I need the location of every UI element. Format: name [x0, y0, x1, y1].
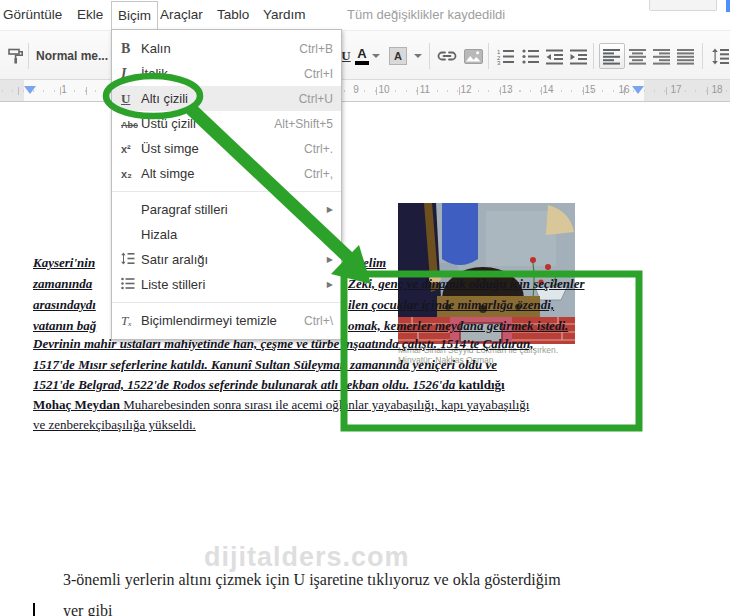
format-menu-item-ust-simge[interactable]: x²Üst simgeCtrl+.: [112, 136, 341, 161]
paragraph-line1: 3-önemli yerlerin altını çizmek için U i…: [63, 571, 561, 589]
increase-indent-icon: [570, 48, 588, 65]
doc-text-fragment: Zeki, genç ve dinamik olduğu için seçile…: [348, 276, 585, 292]
paragraph-line2: yer gibi: [63, 602, 112, 616]
highlight-color-icon: A: [389, 47, 407, 65]
menu-goruntule[interactable]: Görüntüle: [3, 0, 62, 30]
doc-text-span: Mohaç Meydan: [33, 397, 123, 412]
format-menu-item-alt-simge[interactable]: x₂Alt simgeCtrl+,: [112, 161, 341, 186]
shortcut-label: Ctrl+.: [304, 142, 341, 156]
decrease-indent-icon: [546, 48, 564, 65]
text-color-icon: A: [357, 47, 366, 60]
align-left-button[interactable]: [599, 43, 625, 69]
line-spacing-icon: [112, 252, 141, 267]
ruler[interactable]: 129101112131415161718: [0, 80, 730, 102]
indent-marker-left[interactable]: [24, 86, 36, 94]
paint-format-button[interactable]: [4, 44, 28, 68]
menu-araclar[interactable]: Araçlar: [160, 0, 203, 30]
format-menu-item-paragraf-stilleri[interactable]: Paragraf stilleri▶: [112, 197, 341, 222]
toolbar-separator: [593, 43, 594, 69]
ruler-number: 18: [709, 84, 724, 95]
toolbar-separator: [28, 43, 29, 69]
insert-image-button[interactable]: [461, 44, 485, 68]
toolbar-separator: [429, 43, 430, 69]
ruler-number: 15: [582, 84, 597, 95]
ruler-number: 11: [418, 84, 432, 95]
menu-separator: [112, 191, 341, 192]
superscript-icon: x²: [112, 142, 141, 155]
highlight-dropdown-arrow[interactable]: [414, 54, 422, 58]
svg-text:3: 3: [497, 60, 501, 65]
shortcut-label: Alt+Shift+5: [274, 117, 341, 131]
document-text-line: vatanın bağomak, kemerler meydana getirm…: [0, 318, 730, 336]
strikethrough-icon: Abc: [112, 117, 141, 130]
menu-separator: [112, 302, 341, 303]
doc-text-span: omak, kemerler meydana getirmek istedi.: [348, 318, 568, 333]
align-right-button[interactable]: [650, 44, 674, 68]
comments-button-partial[interactable]: [649, 0, 717, 11]
line-spacing-button[interactable]: [709, 44, 730, 68]
format-menu-item-kalin[interactable]: BKalınCtrl+B: [112, 36, 341, 61]
highlight-color-button[interactable]: A: [386, 44, 410, 68]
format-menu-item-bicimlendirmeyi-temizle[interactable]: TₓBiçimlendirmeyi temizleCtrl+\: [112, 308, 341, 333]
insert-link-button[interactable]: [435, 44, 459, 68]
bold-icon: B: [112, 42, 141, 56]
submenu-arrow-icon: ▶: [327, 255, 341, 264]
text-color-dropdown-arrow[interactable]: [372, 54, 380, 58]
list-styles-icon: [112, 277, 141, 292]
clear-formatting-icon: Tₓ: [112, 314, 141, 327]
menu-tablo[interactable]: Tablo: [217, 0, 249, 30]
autosave-status: Tüm değişiklikler kaydedildi: [347, 0, 505, 30]
doc-text-fragment: Mohaç Meydan Muharebesinden sonra sırası…: [33, 397, 529, 413]
format-menu-item-alti-cizili[interactable]: UAltı çiziliCtrl+U: [112, 86, 341, 111]
menu-item-label: Liste stilleri: [141, 277, 327, 292]
doc-text-fragment: vatanın bağ: [33, 318, 96, 334]
ruler-number: 1: [59, 84, 69, 95]
format-menu-item-liste-stilleri[interactable]: Liste stilleri▶: [112, 272, 341, 297]
ruler-number: 9: [351, 84, 361, 95]
indent-marker-right[interactable]: [632, 86, 644, 94]
doc-text-span: Kayseri'nin: [33, 255, 95, 270]
toolbar-separator: [702, 43, 703, 69]
share-button-partial[interactable]: [726, 0, 730, 12]
document-canvas[interactable]: Mimar Sinan Seyyid Lokman ile çalışırken…: [0, 102, 730, 616]
shortcut-label: Ctrl+\: [304, 314, 341, 328]
format-menu-item-hizala[interactable]: Hizala▶: [112, 222, 341, 247]
paragraph-style-selector[interactable]: Normal me...: [36, 31, 108, 81]
format-menu-item-satir-araligi[interactable]: Satır aralığı▶: [112, 247, 341, 272]
menu-yardim[interactable]: Yardım: [263, 0, 306, 30]
doc-text-span: 1521'de Belgrad, 1522'de Rodos seferinde…: [33, 377, 458, 392]
bulleted-list-button[interactable]: [519, 44, 543, 68]
menu-bar: Tüm değişiklikler kaydedildi GörüntüleEk…: [0, 0, 730, 30]
menu-item-label: Üst simge: [141, 141, 304, 156]
menu-bicim[interactable]: Biçim: [111, 1, 158, 30]
link-icon: [437, 50, 457, 62]
text-color-button[interactable]: A: [350, 44, 374, 68]
doc-text-fragment: zamanında: [33, 276, 92, 292]
document-text-line: arasındaydıilen çocuklar içinde mimarlığ…: [0, 297, 730, 315]
format-menu-item-ustu-cizili[interactable]: AbcÜstü çiziliAlt+Shift+5: [112, 111, 341, 136]
subscript-icon: x₂: [112, 167, 141, 180]
italic-icon: I: [112, 67, 141, 81]
menu-ekle[interactable]: Ekle: [77, 0, 103, 30]
format-menu-item-i-talik[interactable]: IİtalikCtrl+I: [112, 61, 341, 86]
justify-button[interactable]: [674, 44, 698, 68]
numbered-list-button[interactable]: 12 3: [494, 44, 518, 68]
image-icon: [464, 49, 483, 64]
bulleted-list-icon: [522, 48, 540, 65]
doc-text-fragment: arasındaydı: [33, 297, 96, 313]
ruler-number: 12: [458, 84, 473, 95]
shortcut-label: Ctrl+B: [299, 42, 341, 56]
document-text-line: 1521'de Belgrad, 1522'de Rodos seferinde…: [0, 377, 730, 395]
increase-indent-button[interactable]: [567, 44, 591, 68]
doc-text-fragment: Kayseri'nin: [33, 255, 95, 271]
doc-text-fragment: omak, kemerler meydana getirmek istedi.: [348, 318, 568, 334]
align-center-button[interactable]: [626, 44, 650, 68]
decrease-indent-button[interactable]: [543, 44, 567, 68]
menu-item-label: Biçimlendirmeyi temizle: [141, 313, 304, 328]
doc-text-span: zamanında: [33, 276, 92, 291]
doc-text-span: ve zenberekçibaşılığa yükseldi.: [33, 417, 196, 432]
menu-item-label: Alt simge: [141, 166, 304, 181]
doc-text-fragment: elim: [363, 255, 386, 271]
document-text-line: Mohaç Meydan Muharebesinden sonra sırası…: [0, 397, 730, 415]
numbered-list-icon: 12 3: [497, 48, 515, 65]
